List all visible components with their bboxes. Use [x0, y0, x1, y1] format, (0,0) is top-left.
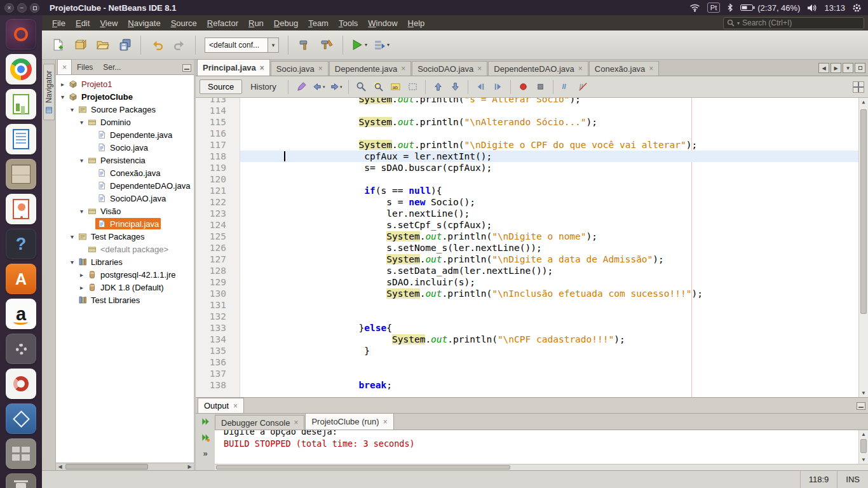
tab-list-dropdown-button[interactable]: ▼ — [843, 63, 853, 73]
close-icon[interactable]: × — [578, 64, 583, 73]
tree-item-dependentedao-java[interactable]: DependenteDAO.java — [56, 179, 194, 192]
launcher-icon-google-chrome[interactable] — [6, 54, 36, 85]
launcher-icon-red-app[interactable] — [6, 369, 36, 399]
code-line-134[interactable]: 134 System.out.println("\nCPF cadastrado… — [196, 334, 868, 345]
shift-right-button[interactable] — [490, 79, 506, 95]
clean-build-project-button[interactable] — [317, 36, 336, 55]
code-line-129[interactable]: 129 sDAO.incluir(s); — [196, 276, 868, 288]
output-panel-tab[interactable]: Output × — [198, 398, 244, 413]
launcher-icon-amazon[interactable]: a — [6, 299, 36, 329]
volume-indicator[interactable] — [807, 4, 817, 12]
back-button[interactable]: ▾ — [311, 79, 327, 95]
code-line-127[interactable]: 127 System.out.println("\nDigite a data … — [196, 254, 868, 265]
menu-view[interactable]: View — [95, 17, 123, 30]
split-editor-button[interactable] — [853, 81, 864, 93]
scrollbar-thumb[interactable] — [65, 464, 148, 470]
launcher-icon-workspace-switcher[interactable] — [6, 438, 36, 469]
stop-macro-button[interactable] — [532, 79, 548, 95]
close-icon[interactable]: × — [383, 417, 388, 426]
output-vertical-scrollbar[interactable]: ▲ ▼ — [858, 430, 868, 464]
code-line-131[interactable]: 131 — [196, 299, 868, 311]
menu-run[interactable]: Run — [243, 17, 269, 30]
scrollbar-thumb[interactable] — [860, 109, 867, 314]
source-view-button[interactable]: Source — [200, 79, 242, 94]
projects-horizontal-scrollbar[interactable]: ◀ ▶ — [56, 463, 194, 470]
menu-help[interactable]: Help — [403, 17, 430, 30]
search-scope-dropdown-icon[interactable]: ▾ — [737, 20, 740, 26]
code-line-119[interactable]: 119 s= sDAO.buscar(cpfAux); — [196, 162, 868, 173]
code-line-113[interactable]: 113 System.out.println("s = Alterar Sóci… — [196, 98, 868, 105]
forward-button[interactable]: ▾ — [328, 79, 344, 95]
tree-item-postgresql-42-1-1-jre[interactable]: ▸postgresql-42.1.1.jre — [56, 268, 194, 281]
expand-arrow-icon[interactable]: ▸ — [78, 271, 86, 278]
output-tab-projetoclube-run[interactable]: ProjetoClube (run)× — [305, 413, 393, 430]
window-close-button[interactable]: × — [4, 3, 14, 13]
menu-edit[interactable]: Edit — [71, 17, 95, 30]
code-line-121[interactable]: 121 if(s == null){ — [196, 185, 868, 196]
launcher-icon-help-app[interactable]: ? — [6, 229, 36, 259]
close-icon[interactable]: × — [233, 402, 238, 410]
launcher-icon-blue-box-app[interactable] — [6, 403, 36, 434]
config-combo[interactable]: <default conf...▾ — [205, 37, 279, 53]
code-line-115[interactable]: 115 System.out.println("\nAlterando Sóci… — [196, 116, 868, 128]
code-line-125[interactable]: 125 System.out.println("\nDigite o nome"… — [196, 231, 868, 242]
tree-item-conex-o-java[interactable]: Conexão.java — [56, 166, 194, 179]
launcher-icon-libreoffice-calc[interactable] — [6, 89, 36, 119]
collapse-arrow-icon[interactable]: ▾ — [68, 259, 76, 266]
code-line-123[interactable]: 123 ler.nextLine(); — [196, 208, 868, 219]
new-file-button[interactable] — [48, 36, 67, 55]
close-icon[interactable]: × — [477, 64, 482, 73]
editor-tab-dependente-java[interactable]: Dependente.java× — [329, 61, 411, 76]
code-line-122[interactable]: 122 s = new Socio(); — [196, 196, 868, 208]
launcher-icon-libreoffice-impress[interactable] — [6, 194, 36, 224]
menu-source[interactable]: Source — [166, 17, 202, 30]
clock-indicator[interactable]: 13:13 — [824, 3, 845, 13]
collapse-arrow-icon[interactable]: ▾ — [58, 93, 67, 100]
uncomment-button[interactable]: // — [575, 79, 591, 95]
code-line-126[interactable]: 126 s.setNome_s(ler.nextLine()); — [196, 242, 868, 254]
launcher-icon-file-cabinet[interactable] — [6, 159, 36, 189]
tree-item-socio-java[interactable]: Socio.java — [56, 141, 194, 154]
code-line-132[interactable]: 132 — [196, 311, 868, 322]
wifi-indicator[interactable] — [689, 3, 700, 12]
menu-navigate[interactable]: Navigate — [123, 17, 165, 30]
menu-refactor[interactable]: Refactor — [202, 17, 243, 30]
combo-dropdown-icon[interactable]: ▾ — [268, 38, 278, 52]
rect-selection-button[interactable] — [405, 79, 421, 95]
tree-item-jdk-1-8-default[interactable]: ▸JDK 1.8 (Default) — [56, 281, 194, 294]
new-project-button[interactable] — [71, 36, 90, 55]
tree-item-test-packages[interactable]: ▾Test Packages — [56, 230, 194, 243]
tab-scroll-right-button[interactable]: ▶ — [831, 63, 841, 73]
code-line-120[interactable]: 120 — [196, 173, 868, 185]
output-console[interactable]: Digite a opção deseja:BUILD STOPPED (tot… — [215, 430, 868, 464]
editor-tab-principal-java[interactable]: Principal.java× — [197, 59, 270, 76]
code-line-135[interactable]: 135 } — [196, 345, 868, 356]
window-restore-button[interactable] — [30, 3, 39, 13]
navigator-panel-tab[interactable]: Navigator — [43, 64, 55, 120]
rerun-with-changes-button[interactable] — [199, 431, 212, 443]
close-icon[interactable]: × — [260, 64, 264, 72]
code-line-133[interactable]: 133 }else{ — [196, 322, 868, 334]
panel-tab-files[interactable]: Files — [72, 60, 98, 74]
output-horizontal-scrollbar[interactable] — [215, 464, 868, 470]
scrollbar-thumb[interactable] — [860, 439, 867, 453]
code-line-124[interactable]: 124 s.setCpf_s(cpfAux); — [196, 219, 868, 231]
find-selection-button[interactable] — [370, 79, 386, 95]
close-icon[interactable]: × — [318, 64, 323, 73]
scrollbar-thumb[interactable] — [216, 465, 510, 470]
close-icon[interactable]: × — [649, 64, 653, 73]
shift-left-button[interactable] — [473, 79, 489, 95]
code-line-130[interactable]: 130 System.out.println("\nInclusão efetu… — [196, 288, 868, 299]
keyboard-layout-indicator[interactable]: Pt — [707, 3, 720, 13]
code-line-117[interactable]: 117 System.out.println("\nDigite o CPF d… — [196, 139, 868, 151]
editor-tab-sociodao-java[interactable]: SocioDAO.java× — [412, 61, 487, 76]
input-mode-indicator[interactable]: INS — [837, 471, 868, 488]
tree-item-dominio[interactable]: ▾Dominio — [56, 116, 194, 128]
redo-button[interactable] — [170, 36, 189, 55]
tree-item-default-package[interactable]: <default package> — [56, 243, 194, 255]
run-project-button[interactable]: ▾ — [349, 36, 369, 55]
bluetooth-indicator[interactable] — [727, 3, 733, 12]
tree-item-vis-o[interactable]: ▾Visão — [56, 205, 194, 217]
battery-indicator[interactable]: (2:37, 46%) — [740, 3, 800, 13]
minimize-panel-button[interactable] — [182, 64, 191, 72]
